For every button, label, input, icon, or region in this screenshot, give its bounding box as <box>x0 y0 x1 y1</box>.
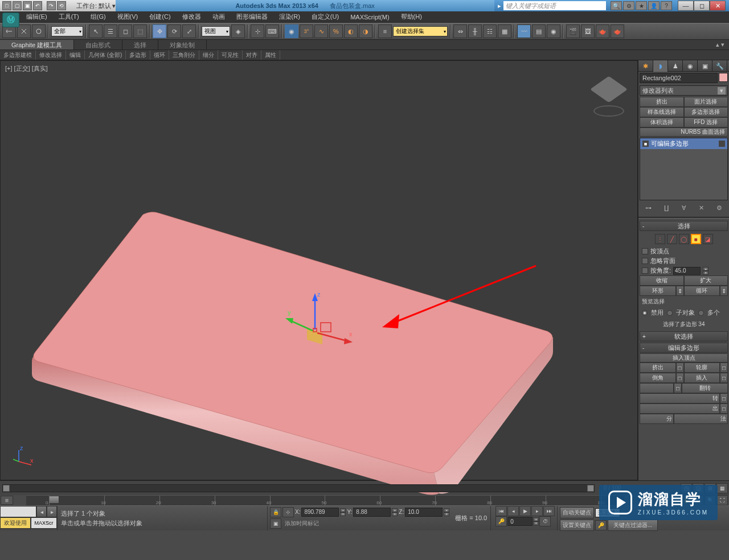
menu-render[interactable]: 渲染(R) <box>275 11 305 22</box>
mirror-button[interactable]: ⇔ <box>453 24 467 38</box>
scale-button[interactable]: ⤢ <box>182 24 196 38</box>
preset-ffd-select[interactable]: FFD 选择 <box>684 117 728 127</box>
ribbon-sub-props[interactable]: 属性 <box>261 50 280 60</box>
insert-button[interactable]: 插入 <box>684 373 720 383</box>
help2-icon[interactable]: ? <box>661 1 672 10</box>
curve-editor-button[interactable]: 〰 <box>517 24 531 38</box>
edge-snap[interactable]: ◐ <box>344 24 358 38</box>
grow-button[interactable]: 扩大 <box>684 275 728 286</box>
ribbon-tab-graphite[interactable]: Graphite 建模工具 <box>0 40 74 50</box>
layer-mgr-button[interactable]: ▦ <box>498 24 511 38</box>
hinge-settings[interactable]: □ <box>720 393 728 403</box>
extrude-settings[interactable]: □ <box>676 363 684 373</box>
nav-icon-4[interactable]: ▦ <box>716 483 728 493</box>
rollup-soft-selection[interactable]: +软选择 <box>640 331 728 341</box>
workspace-label[interactable]: 工作台: 默认 <box>76 2 111 10</box>
menu-modifiers[interactable]: 修改器 <box>178 11 206 22</box>
preset-nurbs[interactable]: NURBS 曲面选择 <box>640 127 728 137</box>
menu-customize[interactable]: 自定义(U) <box>307 11 343 22</box>
ribbon-sub-subdiv[interactable]: 细分 <box>199 50 218 60</box>
close-button[interactable]: ✕ <box>710 1 726 11</box>
new-icon[interactable]: □ <box>2 1 11 10</box>
window-crossing-button[interactable]: ⬚ <box>133 24 147 38</box>
ribbon-sub-vis[interactable]: 可见性 <box>218 50 243 60</box>
bridge-settings[interactable]: □ <box>674 383 682 393</box>
key-icon[interactable]: 🔑 <box>595 520 607 530</box>
insert-settings[interactable]: □ <box>720 373 728 383</box>
ribbon-sub-poly[interactable]: 多边形 <box>126 50 150 60</box>
ribbon-sub-edit[interactable]: 编辑 <box>66 50 85 60</box>
ribbon-sub-polymodel[interactable]: 多边形建模 <box>0 50 36 60</box>
help-icon[interactable]: 🔍 <box>611 1 622 10</box>
goto-end-icon[interactable]: ⏭ <box>543 506 555 516</box>
border-mode-icon[interactable]: ◯ <box>679 234 689 244</box>
ring-spin[interactable]: ⇕ <box>676 286 684 296</box>
minimize-button[interactable]: — <box>678 1 694 11</box>
angle-spinner[interactable]: 45.0 <box>673 267 701 275</box>
menu-views[interactable]: 视图(V) <box>113 11 143 22</box>
selection-set-dropdown[interactable]: 创建选择集 <box>393 26 448 36</box>
extrude-spline-button[interactable]: 出 <box>640 403 720 414</box>
radio-multi[interactable] <box>698 310 704 316</box>
preset-face-select[interactable]: 面片选择 <box>684 97 728 107</box>
show-result-icon[interactable]: ∐ <box>661 203 671 213</box>
fav-icon[interactable]: ★ <box>636 1 647 10</box>
maximize-button[interactable]: ◻ <box>694 1 710 11</box>
menu-group[interactable]: 组(G) <box>86 11 110 22</box>
object-name-field[interactable]: Rectangle002 <box>640 73 718 83</box>
angle-snap[interactable]: 3° <box>300 24 313 38</box>
shrink-button[interactable]: 收缩 <box>640 275 684 286</box>
named-sel-button[interactable]: ≡ <box>378 24 392 38</box>
keyboard-button[interactable]: ⌨ <box>265 24 279 38</box>
radio-disable[interactable] <box>642 310 648 316</box>
prev-empty[interactable]: ◂ <box>36 506 47 517</box>
ribbon-sub-loop[interactable]: 循环 <box>150 50 169 60</box>
modifier-stack[interactable]: ■ 可编辑多边形 <box>640 138 728 200</box>
by-vertex-checkbox[interactable] <box>642 248 648 254</box>
snap-toggle[interactable]: ◉ <box>285 24 298 38</box>
layers-button[interactable]: ☷ <box>483 24 497 38</box>
menu-maxscript[interactable]: MAXScript(M) <box>346 13 394 22</box>
menu-help[interactable]: 帮助(H) <box>396 11 427 22</box>
extrude-spline-settings[interactable]: □ <box>720 403 728 414</box>
bevel-button[interactable]: 倒角 <box>640 373 676 383</box>
preset-spline-select[interactable]: 样条线选择 <box>640 107 684 117</box>
retri-button[interactable]: 法 <box>674 414 728 424</box>
nav-max-icon[interactable]: ⛶ <box>716 495 728 505</box>
make-unique-icon[interactable]: ∀ <box>679 203 689 213</box>
key-filters-button[interactable]: 关键点过滤器... <box>608 520 658 531</box>
ribbon-collapse-icon[interactable]: ▴ ▾ <box>711 40 729 50</box>
welcome-button[interactable]: 欢迎使用 <box>0 517 31 529</box>
current-frame-field[interactable]: 0 <box>507 517 533 526</box>
move-button[interactable]: ✥ <box>153 24 166 38</box>
bevel-settings[interactable]: □ <box>676 373 684 383</box>
hinge-button[interactable]: 转 <box>640 393 720 403</box>
ribbon-sub-modsel[interactable]: 修改选择 <box>36 50 66 60</box>
outline-button[interactable]: 轮廓 <box>684 363 720 373</box>
move-gizmo[interactable]: z y x <box>280 289 348 345</box>
stack-editable-poly[interactable]: ■ 可编辑多边形 <box>640 138 727 149</box>
menu-animation[interactable]: 动画 <box>208 11 230 22</box>
menu-graph[interactable]: 图形编辑器 <box>232 11 272 22</box>
app-logo-icon[interactable]: Ⓜ <box>2 13 19 27</box>
edit-tri-button[interactable]: 分 <box>640 414 674 424</box>
ribbon-sub-tri[interactable]: 三角剖分 <box>169 50 199 60</box>
preset-poly-select[interactable]: 多边形选择 <box>684 107 728 117</box>
mat-editor-button[interactable]: ◉ <box>547 24 560 38</box>
redo-icon[interactable]: ↷ <box>47 1 56 10</box>
edge-mode-icon[interactable]: ╱ <box>667 234 677 244</box>
ring-button[interactable]: 环形 <box>640 286 676 296</box>
outline-settings[interactable]: □ <box>720 363 728 373</box>
unlink-button[interactable] <box>17 24 31 38</box>
ribbon-tab-selection[interactable]: 选择 <box>122 40 158 50</box>
angle-up[interactable]: ▴ <box>703 267 708 271</box>
by-angle-checkbox[interactable] <box>642 267 648 274</box>
insert-vertex-button[interactable]: 插入顶点 <box>640 353 728 363</box>
configure-icon[interactable]: ⚙ <box>714 203 724 213</box>
snap5[interactable]: ◑ <box>359 24 372 38</box>
ribbon-tab-freeform[interactable]: 自由形式 <box>74 40 122 50</box>
object-color-swatch[interactable] <box>719 73 728 82</box>
render-button[interactable]: 🫖 <box>596 24 609 38</box>
bind-button[interactable] <box>32 24 46 38</box>
time-config-icon[interactable]: ⏱ <box>539 516 551 526</box>
